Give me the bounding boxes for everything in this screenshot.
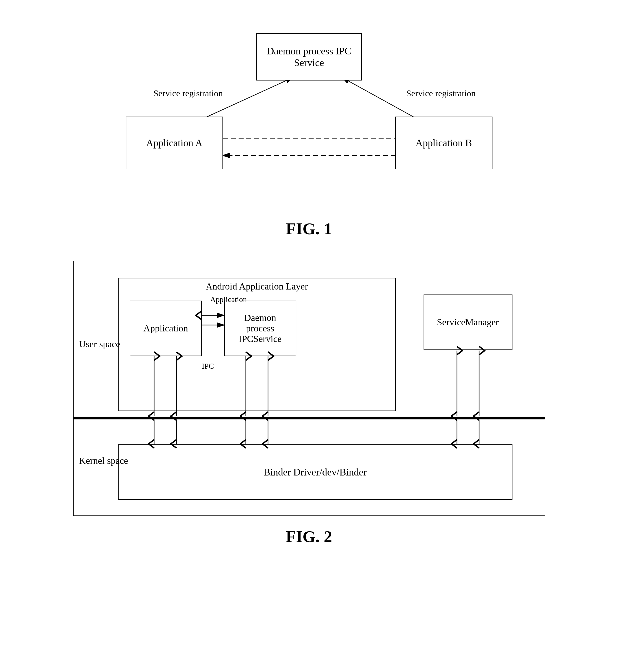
daemon-inner-box: Daemon process IPCService (224, 301, 296, 356)
fig2-diagram: User space Android Application Layer App… (73, 261, 545, 516)
fig2-container: User space Android Application Layer App… (31, 261, 587, 546)
binder-driver-box: Binder Driver/dev/Binder (118, 444, 512, 500)
fig1-diagram: Daemon process IPCService Application A … (87, 17, 531, 211)
user-space-label: User space (79, 339, 120, 350)
application-inner-box: Application (130, 301, 202, 356)
daemon-box-label: Daemon process IPCService (267, 45, 351, 69)
binder-driver-label: Binder Driver/dev/Binder (264, 466, 367, 478)
fig2-caption: FIG. 2 (286, 527, 332, 546)
app-b-label: Application B (416, 137, 472, 149)
daemon-inner-label: Daemon process IPCService (238, 312, 282, 344)
application-b-box: Application B (395, 117, 493, 169)
app-a-label: Application A (146, 137, 202, 149)
android-layer-box: Android Application Layer Application Ap… (118, 278, 396, 411)
kernel-boundary-line (74, 417, 545, 419)
service-reg-right-label: Service registration (406, 88, 476, 99)
fig1-caption: FIG. 1 (286, 219, 332, 239)
service-reg-left-label: Service registration (153, 88, 223, 99)
service-manager-box: ServiceManager (424, 294, 512, 350)
svg-line-3 (342, 78, 423, 122)
svg-line-2 (195, 78, 293, 122)
application-a-box: Application A (126, 117, 223, 169)
service-manager-label: ServiceManager (437, 317, 499, 327)
ipc-label: IPC (202, 362, 214, 371)
application-inner-label: Application (143, 323, 188, 333)
fig1-container: Daemon process IPCService Application A … (31, 17, 587, 239)
android-layer-title: Android Application Layer (206, 281, 308, 292)
daemon-process-box: Daemon process IPCService (256, 33, 362, 81)
